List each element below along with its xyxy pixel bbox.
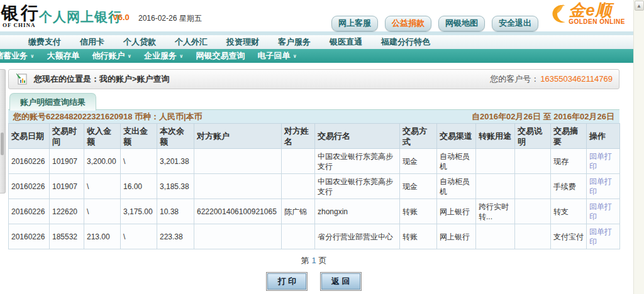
footer-buttons: 打 印返 回 — [8, 272, 619, 291]
table-header-row: 交易日期交易时间收入金额支出金额本次余额对方账户对方姓名交易行名交易方式交易渠道… — [9, 124, 620, 149]
primary-nav-item[interactable]: 个人贷款 — [114, 36, 165, 48]
table-cell: 20160226 — [9, 174, 50, 199]
table-cell: 101907 — [50, 174, 84, 199]
table-cell — [476, 224, 515, 249]
table-cell — [515, 174, 551, 199]
table-cell: 省分行营业部营业中心 — [315, 224, 400, 249]
table-cell: 跨行实时转... — [476, 199, 515, 224]
table-cell: 3,200.00 — [84, 149, 121, 174]
receipt-print-link[interactable]: 回单打印 — [589, 227, 612, 246]
tab-account-detail-results[interactable]: 账户明细查询结果 — [9, 93, 96, 111]
table-cell: \ — [84, 199, 121, 224]
version-label: V6.0 — [113, 13, 130, 22]
table-cell: 网上银行 — [437, 199, 476, 224]
table-row: 20160226122620\3,175.0010.38622200140610… — [9, 199, 620, 224]
table-row: 20160226101907\16.003,185.38中国农业银行东莞高步支行… — [9, 174, 620, 199]
secondary-nav-item[interactable]: 企业服务∨ — [138, 50, 190, 62]
main-content: 您现在的位置是：我的账户>账户查询 您的客户号：1635503462114769… — [8, 69, 619, 291]
primary-nav-item[interactable]: 信用卡 — [70, 36, 114, 48]
column-header: 支出金额 — [121, 124, 157, 149]
table-cell: 网上银行 — [437, 224, 476, 249]
column-header: 交易渠道 — [437, 124, 476, 149]
table-cell: 223.38 — [157, 224, 194, 249]
column-header: 操作 — [587, 124, 620, 149]
action-cell: 回单打印 — [587, 224, 620, 249]
pagination: 第1页 — [8, 255, 619, 266]
quick-button[interactable]: 安全退出 — [492, 16, 538, 31]
table-cell — [194, 174, 282, 199]
table-cell: 转账 — [400, 199, 437, 224]
brand-subtitle: GOLDEN ONLINE — [569, 18, 625, 25]
receipt-print-link[interactable]: 回单打印 — [589, 177, 612, 196]
table-cell: 20160226 — [9, 224, 50, 249]
quick-buttons: 网上客服公益捐款网银地图安全退出 — [331, 16, 538, 31]
table-cell — [194, 149, 282, 174]
column-header: 交易时间 — [50, 124, 84, 149]
table-cell: 185532 — [50, 224, 84, 249]
table-row: 20160226185532213.00\223.38省分行营业部营业中心转账网… — [9, 224, 620, 249]
date-range-label: 自2016年02月26日 至 2016年02月26日 — [472, 111, 614, 122]
table-cell: 101907 — [50, 149, 84, 174]
table-cell: 3,185.38 — [157, 174, 194, 199]
table-cell: 自动柜员机 — [437, 174, 476, 199]
table-cell: \ — [84, 174, 121, 199]
primary-nav-item[interactable]: 客户服务 — [269, 36, 320, 48]
column-header: 收入金额 — [84, 124, 121, 149]
table-cell: 中国农业银行东莞高步支行 — [315, 149, 400, 174]
table-cell — [282, 149, 315, 174]
left-panel-handle-thumb[interactable] — [1, 133, 4, 155]
table-cell: 转支 — [551, 199, 587, 224]
secondary-nav-item[interactable]: 大额存单 — [41, 50, 86, 62]
action-cell: 回单打印 — [587, 199, 620, 224]
secondary-nav-item[interactable]: 电子回单∨ — [252, 50, 304, 62]
primary-nav-item[interactable]: 缴费支付 — [19, 36, 70, 48]
bank-logo-subtitle: OF CHINA — [3, 22, 35, 28]
column-header: 交易行名 — [315, 124, 400, 149]
table-cell — [515, 199, 551, 224]
location-icon — [15, 72, 29, 86]
secondary-nav: 储蓄业务∨大额存单他行账户∨企业服务∨网银交易查询电子回单∨ — [0, 49, 644, 63]
page-prefix: 第 — [301, 256, 309, 265]
customer-number-label: 您的客户号： — [490, 74, 539, 84]
table-cell: 现存 — [551, 149, 587, 174]
secondary-nav-item[interactable]: 他行账户∨ — [86, 50, 138, 62]
secondary-nav-item[interactable]: 网银交易查询 — [190, 50, 252, 62]
column-header: 交易说明 — [515, 124, 551, 149]
primary-nav-item[interactable]: 福建分行特色 — [372, 36, 440, 48]
table-cell — [282, 174, 315, 199]
vertical-scrollbar[interactable]: ▲ — [633, 0, 644, 294]
brand-name: 金e顺 — [569, 2, 625, 18]
action-cell: 回单打印 — [587, 149, 620, 174]
table-cell — [515, 224, 551, 249]
tab-row: 账户明细查询结果 — [8, 93, 619, 109]
chevron-down-icon: ∨ — [128, 53, 132, 59]
customer-number-value: 1635503462114769 — [540, 74, 613, 84]
primary-nav-item[interactable]: 银医直通 — [320, 36, 372, 48]
quick-button[interactable]: 公益捐款 — [385, 16, 431, 31]
chevron-down-icon: ∨ — [30, 53, 35, 59]
scroll-up-button[interactable]: ▲ — [635, 1, 644, 11]
page-title: 个人网上银行 — [39, 8, 122, 26]
account-info-bar: 您的账号6228482022321620918 币种：人民币|本币 自2016年… — [8, 109, 619, 123]
receipt-print-link[interactable]: 回单打印 — [589, 202, 612, 221]
chevron-down-icon: ∨ — [179, 53, 184, 59]
table-row: 201602261019073,200.00\3,201.38中国农业银行东莞高… — [9, 149, 620, 174]
primary-nav-item[interactable]: 投资理财 — [217, 36, 269, 48]
table-cell: 16.00 — [121, 174, 157, 199]
customer-number: 您的客户号：1635503462114769 — [490, 74, 613, 85]
receipt-print-link[interactable]: 回单打印 — [589, 152, 612, 171]
quick-button[interactable]: 网上客服 — [331, 16, 378, 31]
left-panel-handle[interactable] — [0, 69, 6, 193]
table-cell: 现金 — [400, 149, 437, 174]
transaction-table: 交易日期交易时间收入金额支出金额本次余额对方账户对方姓名交易行名交易方式交易渠道… — [8, 123, 620, 249]
breadcrumb-bar: 您现在的位置是：我的账户>账户查询 您的客户号：1635503462114769 — [8, 69, 619, 89]
table-cell: 陈广锦 — [282, 199, 315, 224]
secondary-nav-item[interactable]: 储蓄业务∨ — [0, 50, 41, 62]
table-cell: 自动柜员机 — [437, 149, 476, 174]
quick-button[interactable]: 网银地图 — [438, 16, 485, 31]
print-button[interactable]: 打 印 — [266, 272, 308, 291]
back-button[interactable]: 返 回 — [320, 272, 362, 291]
column-header: 对方账户 — [194, 124, 282, 149]
table-cell: 122620 — [50, 199, 84, 224]
primary-nav-item[interactable]: 个人外汇 — [165, 36, 217, 48]
